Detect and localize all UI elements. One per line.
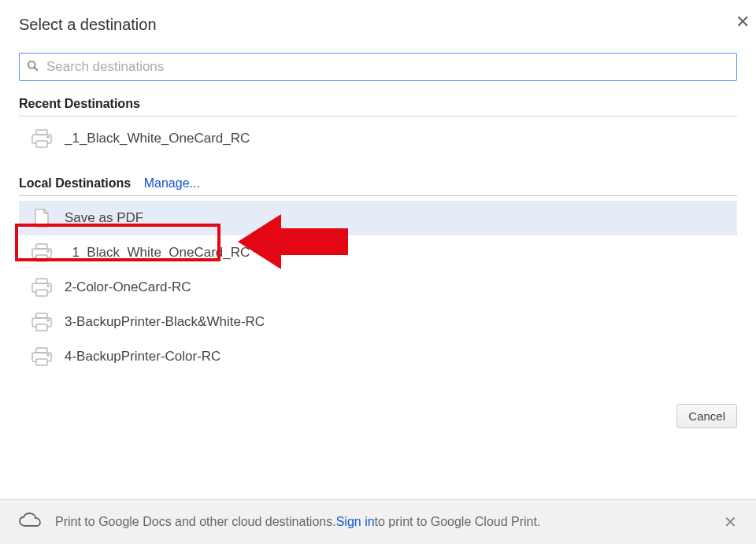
close-icon[interactable]: ✕ <box>724 513 737 531</box>
cloud-icon <box>19 513 41 531</box>
local-destination-item[interactable]: 4-BackupPrinter-Color-RC <box>19 339 737 374</box>
printer-icon <box>30 129 54 148</box>
local-destination-item[interactable]: 3-BackupPrinter-Black&White-RC <box>19 305 737 339</box>
svg-rect-16 <box>36 324 47 331</box>
local-destination-item[interactable]: 2-Color-OneCard-RC <box>19 270 737 305</box>
svg-point-13 <box>47 285 49 287</box>
svg-rect-12 <box>36 290 47 296</box>
recent-destination-item[interactable]: _1_Black_White_OneCard_RC <box>19 121 737 156</box>
printer-icon <box>30 243 54 262</box>
svg-point-0 <box>28 61 35 68</box>
local-destination-item[interactable]: _1_Black_White_OneCard_RC <box>19 235 737 270</box>
destination-label: _1_Black_White_OneCard_RC <box>65 245 250 261</box>
destination-label: 3-BackupPrinter-Black&White-RC <box>65 314 265 330</box>
svg-rect-14 <box>36 313 47 318</box>
printer-icon <box>30 278 54 297</box>
cloud-banner-text-after: to print to Google Cloud Print. <box>375 515 541 529</box>
local-destination-save-as-pdf[interactable]: Save as PDF <box>19 201 737 235</box>
close-icon[interactable]: ✕ <box>732 12 753 32</box>
local-destinations-header: Local Destinations Manage... <box>19 176 737 196</box>
destination-label: _1_Black_White_OneCard_RC <box>65 131 250 146</box>
svg-point-9 <box>47 250 49 252</box>
svg-point-5 <box>47 136 49 138</box>
cancel-button[interactable]: Cancel <box>676 404 737 428</box>
printer-icon <box>30 347 54 366</box>
destination-label: 4-BackupPrinter-Color-RC <box>65 349 220 365</box>
destination-label: 2-Color-OneCard-RC <box>65 279 191 295</box>
printer-icon <box>30 313 54 331</box>
cloud-banner-text-before: Print to Google Docs and other cloud des… <box>55 515 336 529</box>
svg-point-21 <box>47 354 49 356</box>
cloud-print-banner: Print to Google Docs and other cloud des… <box>0 499 756 544</box>
local-destinations-header-text: Local Destinations <box>19 176 131 190</box>
sign-in-link[interactable]: Sign in <box>336 515 375 529</box>
dialog-title: Select a destination <box>19 16 157 34</box>
svg-rect-20 <box>36 359 47 365</box>
svg-rect-4 <box>36 141 47 147</box>
destination-label: Save as PDF <box>65 210 143 226</box>
search-icon <box>27 60 39 74</box>
svg-point-17 <box>47 320 49 321</box>
search-input[interactable] <box>19 53 737 81</box>
document-icon <box>30 209 54 228</box>
svg-rect-6 <box>36 244 47 249</box>
recent-destinations-header: Recent Destinations <box>19 97 737 117</box>
manage-link[interactable]: Manage... <box>144 176 200 190</box>
svg-rect-10 <box>36 279 47 283</box>
svg-rect-2 <box>36 130 47 135</box>
svg-rect-8 <box>36 255 47 261</box>
svg-rect-18 <box>36 348 47 353</box>
svg-line-1 <box>34 67 37 70</box>
